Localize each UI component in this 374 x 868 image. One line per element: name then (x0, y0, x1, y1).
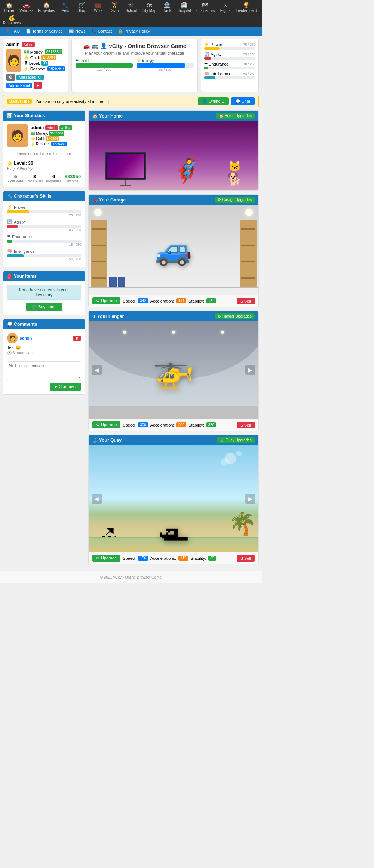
energy-bar-container: ⚡ Energy 85 / 100 (137, 58, 194, 72)
garage-stability-label: Stability: (188, 299, 204, 303)
quay-accel-val: 115 (178, 556, 188, 561)
nav-pets[interactable]: 🐾 Pets (57, 1, 74, 13)
intelligence-icon: 🧠 (204, 71, 209, 76)
nav-fights[interactable]: ⚔ Fights (217, 1, 233, 13)
health-bar (76, 63, 133, 68)
tips-badge: Useful Tips (7, 99, 32, 104)
tips-text: You can do only one activity at a time. (36, 99, 104, 104)
nav-streetraces[interactable]: 🏁 Street Races (193, 1, 217, 13)
nav-gym[interactable]: 🏋 Gym (107, 1, 123, 13)
intelligence-stat-row: 🧠 Intelligence 54 / 250 (204, 71, 255, 79)
nav-work[interactable]: 💼 Work (90, 1, 107, 13)
bank-icon: 🏦 (163, 2, 171, 9)
intelligence-bar-wrap (204, 76, 255, 79)
buy-items-button[interactable]: 🛒 Buy Items (26, 303, 62, 311)
logout-icon[interactable]: ➤ (34, 82, 42, 89)
stats-username: admin (31, 125, 44, 130)
shop-icon: 🛒 (78, 2, 85, 9)
privacy-link[interactable]: 🔒 Privacy Policy (116, 28, 151, 34)
main-content: 📊 Your Statistics 🧑 admin Admin Online 💵… (0, 110, 262, 571)
nav-leaderboard[interactable]: 🏆 Leaderboard (233, 1, 259, 13)
garage-sell-button[interactable]: $ Sell (237, 298, 255, 304)
agility-bar-wrap (204, 57, 255, 60)
chat-button[interactable]: 💬 Chat (231, 97, 255, 105)
admin-panel-button[interactable]: Admin Panel (6, 83, 32, 88)
stats-title: King of the City (7, 167, 33, 171)
power-skill-icon: ⚡ (7, 205, 12, 210)
garage-accel-val: 117 (176, 298, 186, 303)
delete-comment-button[interactable]: 🗑 (73, 336, 81, 341)
quay-stability-val: 85 (208, 556, 216, 561)
properties-icon: 🏠 (43, 2, 50, 9)
stats-description: Demo description sentence here (7, 152, 81, 156)
center-info: 🚗 🚌 👤 vCity - Online Browser Game Play y… (71, 39, 198, 92)
health-label: ❤ Health (76, 58, 91, 63)
work-icon: 💼 (95, 2, 102, 9)
tips-bar: Useful Tips You can do only one activity… (3, 95, 259, 107)
nav-properties[interactable]: 🏠 Properties (36, 1, 57, 13)
footer: © 2021 vCity - Online Browser Game (0, 571, 262, 583)
agility-icon: 🔄 (204, 52, 209, 57)
online-button[interactable]: 👤 Online 1 (198, 97, 229, 105)
home-card: 🏠 Your Home 🏠 Home Upgrades 🦸 🐱 🐕 (88, 110, 259, 191)
skills-card: 🔧 Character's Skills ⚡ Power 75 / 250 🔄 … (3, 191, 85, 267)
hangar-speed-val: 300 (138, 422, 148, 427)
hangar-upgrade-action-button[interactable]: ⚙ Upgrade (92, 421, 120, 428)
nav-vehicles[interactable]: 🚗 Vehicles (17, 1, 36, 13)
leaderboard-icon: 🏆 (243, 2, 250, 9)
no-items-msg: ℹ You have no items in your inventory (7, 285, 81, 300)
settings-icon[interactable]: ⚙ (6, 74, 15, 81)
nav-citymap[interactable]: 🗺 City Map (140, 1, 159, 13)
hospital-icon: 🏥 (181, 2, 188, 9)
health-bar-container: ❤ Health 100 / 100 (76, 58, 133, 72)
hangar-speed-label: Speed: (123, 423, 136, 427)
nav-home[interactable]: 🏠 Home (1, 1, 17, 13)
contact-link[interactable]: 📞 Contact (90, 28, 113, 34)
hangar-accel-label: Acceleration: (150, 423, 174, 427)
power-stat-row: ⚡ Power 75 / 250 (204, 42, 255, 50)
nav-resources[interactable]: 💰 Resources (1, 13, 23, 26)
nav-shop[interactable]: 🛒 Shop (74, 1, 90, 13)
garage-stability-val: 134 (206, 298, 217, 303)
items-header: 🎒 Your Items (3, 271, 85, 281)
faq-link[interactable]: ❓ FAQ (4, 28, 21, 34)
comment-item: 🧑 admin 🗑 Test 😊 🕐3 hours ago (7, 333, 81, 358)
hangar-action-bar: ⚙ Upgrade Speed: 300 Acceleration: 200 S… (89, 419, 258, 431)
home-upgrade-button[interactable]: 🏠 Home Upgrades (216, 113, 255, 119)
hangar-sell-button[interactable]: $ Sell (237, 422, 255, 428)
gym-icon: 🏋 (111, 2, 118, 9)
news-link[interactable]: 📰 News (67, 28, 87, 34)
properties-stat: 6 Properties (45, 174, 62, 183)
tos-link[interactable]: 📄 Terms of Service (24, 28, 64, 34)
items-card: 🎒 Your Items ℹ You have no items in your… (3, 271, 85, 315)
hangar-scene: ◀ ▶ 🚁 (89, 321, 258, 419)
quay-sell-button[interactable]: $ Sell (237, 555, 255, 562)
power-bar (204, 47, 220, 50)
comment-input[interactable] (7, 361, 81, 380)
stats-level-label: ⭐ Level: 30 (7, 161, 33, 166)
nav-school[interactable]: 🎓 School (123, 1, 140, 13)
messages-button[interactable]: Messages (0) (16, 75, 44, 80)
quay-action-bar: ⚙ Upgrade Speed: 156 Accelerations: 115 … (89, 552, 258, 564)
garage-speed-label: Speed: (123, 299, 136, 303)
respect-icon: ⚡ (24, 66, 29, 71)
quay-header: ⚓ Your Quay ⚓ Quay Upgrades (89, 435, 258, 445)
left-column: 📊 Your Statistics 🧑 admin Admin Online 💵… (3, 110, 85, 568)
quay-speed-val: 156 (138, 556, 148, 561)
comment-submit-button[interactable]: ➤ Comment (50, 383, 81, 391)
quay-upgrade-button[interactable]: ⚓ Quay Upgrades (217, 437, 255, 443)
skills-header: 🔧 Character's Skills (3, 191, 85, 201)
race-wins-stat: 3 Race Wins (26, 174, 43, 183)
garage-upgrade-action-button[interactable]: ⚙ Upgrade (92, 297, 120, 304)
quay-stability-label: Stability: (191, 556, 206, 561)
user-card: admin Admin 🧑 💵 Money: $615384 ⭐ Gold: 1… (3, 39, 68, 92)
hangar-upgrade-button[interactable]: ⚙ Hangar Upgrades (215, 313, 255, 319)
comment-username: admin (20, 336, 32, 340)
intelligence-val: 54 / 250 (243, 72, 255, 76)
quay-upgrade-action-button[interactable]: ⚙ Upgrade (92, 555, 120, 562)
stats-online-badge: Online (59, 125, 72, 130)
nav-hospital[interactable]: 🏥 Hospital (175, 1, 193, 13)
level-value: 30 (41, 61, 48, 66)
garage-upgrade-button[interactable]: ⚙ Garage Upgrades (215, 197, 255, 203)
nav-bank[interactable]: 🏦 Bank (159, 1, 175, 13)
